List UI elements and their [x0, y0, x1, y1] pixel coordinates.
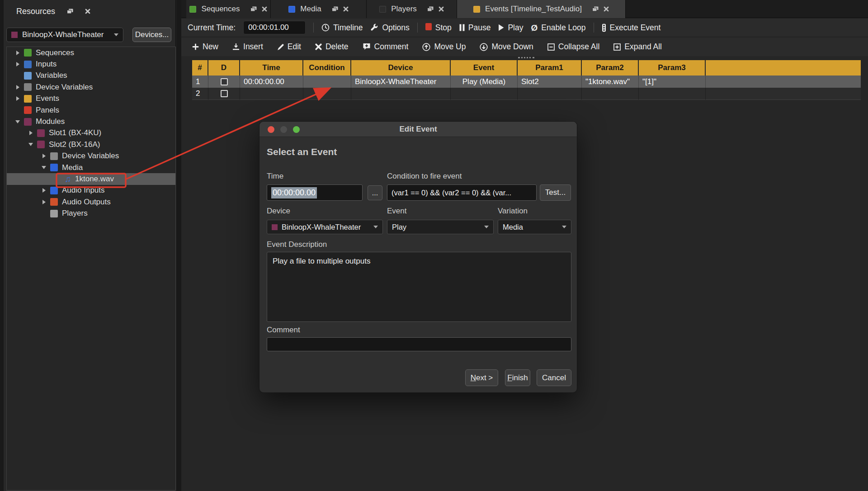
tab-events-timeline-testaudio[interactable]: Events [Timeline_TestAudio] [457, 0, 626, 18]
tree-expand-arrow[interactable] [40, 152, 47, 160]
column-header-condition[interactable]: Condition [303, 60, 351, 76]
column-header-device[interactable]: Device [351, 60, 451, 76]
button-label: Collapse All [558, 42, 599, 52]
undock-panel-icon[interactable] [67, 9, 73, 14]
enable-loop-button[interactable]: ØEnable Loop [531, 23, 585, 33]
device-dropdown[interactable]: BinloopX-WhaleTheater [267, 220, 383, 234]
comment-input[interactable] [267, 337, 571, 351]
device-cell: BinloopX-WhaleTheater [351, 76, 451, 88]
tree-item-panels[interactable]: Panels [7, 104, 175, 116]
delete-button[interactable]: Delete [315, 42, 349, 52]
comment-label: Comment [267, 326, 300, 335]
current-time-field[interactable]: 00:00:01.00 [243, 21, 306, 34]
tree-expand-arrow[interactable] [14, 118, 21, 125]
condition-input[interactable]: (var1 == 0) && (var2 == 0) && (var... [387, 184, 537, 201]
done-checkbox[interactable] [221, 78, 228, 85]
finish-button[interactable]: Finish [505, 369, 530, 386]
play-button[interactable]: Play [498, 23, 523, 33]
tab-sequences[interactable]: Sequences [186, 0, 271, 18]
comment-button[interactable]: Comment [363, 42, 409, 52]
tree-item-slot2-bx-16a[interactable]: Slot2 (BX-16A) [7, 139, 175, 150]
column-header-[interactable]: # [192, 60, 208, 76]
collapse-all-button[interactable]: Collapse All [547, 42, 599, 52]
tree-item-audio-outputs[interactable]: Audio Outputs [7, 196, 175, 208]
tab-media[interactable]: Media [271, 0, 367, 18]
column-header-param2[interactable]: Param2 [582, 60, 639, 76]
undock-tab-icon[interactable] [427, 6, 434, 12]
tab-color-icon [473, 6, 480, 13]
expand-all-button[interactable]: Expand All [613, 42, 662, 52]
tree-item-device-variables[interactable]: Device Variables [7, 81, 175, 93]
test-button[interactable]: Test... [540, 184, 571, 201]
variation-dropdown[interactable]: Media [498, 220, 571, 234]
tree-item-inputs[interactable]: Inputs [7, 58, 175, 70]
tab-players[interactable]: Players [367, 0, 457, 18]
tree-expand-arrow[interactable] [14, 84, 21, 91]
device-selector-dropdown[interactable]: BinloopX-WhaleTheater [6, 28, 123, 42]
tree-item-1ktone-wav[interactable]: ♫1ktone.wav [7, 173, 175, 184]
toolbar-separator [594, 23, 594, 33]
tree-item-variables[interactable]: Variables [7, 70, 175, 81]
tree-item-sequences[interactable]: Sequences [7, 47, 175, 58]
undock-tab-icon[interactable] [592, 6, 599, 12]
tab-label: Media [300, 5, 321, 14]
tree-item-media[interactable]: Media [7, 162, 175, 173]
devices-button[interactable]: Devices... [132, 28, 171, 42]
move-up-button[interactable]: Move Up [422, 42, 466, 52]
pause-button[interactable]: Pause [459, 23, 491, 33]
resources-title: Resources [16, 7, 55, 16]
event-dropdown[interactable]: Play [387, 220, 494, 234]
close-tab-icon[interactable] [262, 6, 267, 12]
tree-item-players[interactable]: Players [7, 208, 175, 219]
insert-button[interactable]: Insert [232, 42, 263, 52]
timeline-button[interactable]: Timeline [321, 23, 363, 33]
stop-button[interactable]: Stop [425, 23, 452, 33]
tree-item-events[interactable]: Events [7, 93, 175, 104]
tree-item-slot1-bx-4ku[interactable]: Slot1 (BX-4KU) [7, 127, 175, 139]
device-color-swatch [272, 224, 278, 230]
tree-expand-arrow[interactable] [40, 198, 47, 206]
undock-tab-icon[interactable] [332, 6, 338, 12]
close-panel-icon[interactable] [85, 9, 90, 14]
condition-label: Condition to fire event [387, 172, 462, 181]
dialog-heading: Select an Event [267, 146, 337, 157]
tree-item-modules[interactable]: Modules [7, 116, 175, 127]
move-down-button[interactable]: Move Down [480, 42, 533, 52]
cancel-button[interactable]: Cancel [537, 369, 571, 386]
column-header-d[interactable]: D [208, 60, 240, 76]
new-button[interactable]: New [192, 42, 218, 52]
edit-toolbar: NewInsertEditDeleteCommentMove UpMove Do… [181, 38, 868, 56]
table-drag-grip[interactable] [518, 57, 534, 58]
tree-expand-arrow[interactable] [40, 164, 47, 171]
event-row-2[interactable]: 2 [192, 88, 861, 100]
tree-item-audio-inputs[interactable]: Audio Inputs [7, 185, 175, 196]
tree-expand-arrow[interactable] [14, 95, 21, 102]
done-checkbox[interactable] [221, 90, 228, 97]
tree-expand-arrow[interactable] [14, 61, 21, 68]
column-header-time[interactable]: Time [240, 60, 303, 76]
tree-item-label: Inputs [36, 60, 57, 69]
dialog-titlebar[interactable]: Edit Event [259, 122, 577, 137]
tree-expand-arrow[interactable] [27, 141, 34, 148]
time-input[interactable]: 00:00:00.00 [267, 184, 363, 201]
next-button[interactable]: Next > [465, 369, 498, 386]
options-button[interactable]: Options [370, 23, 409, 33]
tree-expand-arrow[interactable] [40, 187, 47, 194]
event-description-textarea[interactable]: Play a file to multiple outputs [267, 252, 571, 322]
event-row-1[interactable]: 100:00:00.00BinloopX-WhaleTheaterPlay (M… [192, 76, 861, 88]
execute-event-button[interactable]: Execute Event [602, 23, 661, 33]
column-header-event[interactable]: Event [451, 60, 518, 76]
tree-expand-arrow[interactable] [14, 49, 21, 57]
close-tab-icon[interactable] [343, 6, 349, 12]
panel-splitter[interactable] [176, 0, 181, 491]
close-tab-icon[interactable] [439, 6, 444, 12]
undock-tab-icon[interactable] [250, 6, 257, 12]
tree-item-color-icon [24, 106, 32, 114]
tree-expand-arrow[interactable] [27, 129, 34, 137]
column-header-param1[interactable]: Param1 [518, 60, 582, 76]
browse-button[interactable]: ... [368, 185, 382, 200]
tree-item-device-variables[interactable]: Device Variables [7, 151, 175, 162]
column-header-param3[interactable]: Param3 [639, 60, 706, 76]
edit-button[interactable]: Edit [277, 42, 301, 52]
close-tab-icon[interactable] [604, 6, 609, 12]
